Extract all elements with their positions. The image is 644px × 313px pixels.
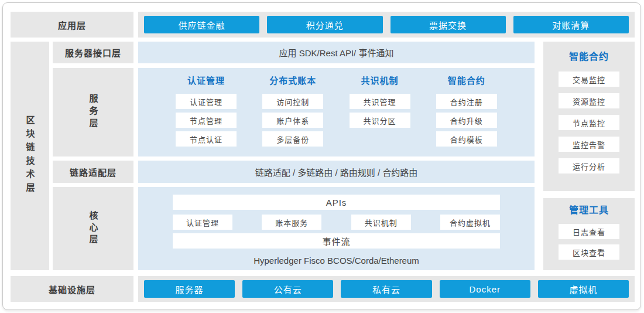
infra-button-server: 服务器 xyxy=(144,280,235,298)
app-layer-label: 应用层 xyxy=(11,12,133,38)
infra-button-private-cloud: 私有云 xyxy=(341,280,431,298)
service-item: 共识分区 xyxy=(350,113,410,128)
infra-button-public-cloud: 公有云 xyxy=(242,280,333,298)
service-layer-label: 服务层 xyxy=(53,68,133,156)
smart-contract-panel-title: 智能合约 xyxy=(569,52,609,62)
core-modules-row: 认证管理 账本服务 共识机制 合约虚拟机 xyxy=(173,215,500,230)
infra-button-vm: 虚拟机 xyxy=(538,280,629,298)
panel-item: 交易监控 xyxy=(559,72,619,87)
core-layer-box: APIs 认证管理 账本服务 共识机制 合约虚拟机 事件流 Hyperledge… xyxy=(138,187,535,270)
app-button-reconciliation: 对账清算 xyxy=(513,16,629,33)
infrastructure-band: 服务器 公有云 私有云 Docker 虚拟机 xyxy=(138,276,635,302)
service-layer-box: 认证管理 认证管理 节点管理 节点认证 分布式账本 访问控制 账户体系 多层备份… xyxy=(138,68,535,156)
panel-item: 日志查看 xyxy=(559,224,619,239)
service-group-consensus: 共识机制 共识管理 共识分区 xyxy=(337,76,423,156)
service-item: 合约模板 xyxy=(436,131,497,147)
service-item: 合约注册 xyxy=(436,94,497,109)
service-group-auth: 认证管理 认证管理 节点管理 节点认证 xyxy=(163,76,249,156)
infrastructure-layer-label: 基础设施层 xyxy=(11,276,133,302)
management-tools-panel: 管理工具 日志查看 区块查看 xyxy=(543,198,635,270)
management-tools-panel-title: 管理工具 xyxy=(569,205,609,216)
panel-item: 资源监控 xyxy=(559,93,619,108)
panel-item: 区块查看 xyxy=(559,244,619,260)
app-button-bill-exchange: 票据交换 xyxy=(390,16,506,33)
service-item: 认证管理 xyxy=(176,94,237,109)
service-item: 节点管理 xyxy=(176,113,237,128)
service-group-smart-contract: 智能合约 合约注册 合约升级 合约模板 xyxy=(423,76,510,156)
panel-item: 运行分析 xyxy=(559,158,619,173)
platforms-text: Hyperledger Fisco BCOS/Corda/Ethereum xyxy=(173,256,500,266)
core-layer-label: 核心层 xyxy=(53,187,133,270)
blockchain-tech-layer-label: 区块链技术层 xyxy=(11,42,49,270)
service-item: 访问控制 xyxy=(262,94,323,109)
service-item: 节点认证 xyxy=(176,131,237,147)
service-item: 多层备份 xyxy=(262,131,323,147)
infra-button-docker: Docker xyxy=(440,280,530,298)
server-interface-layer-content: 应用 SDK/Rest API/ 事件通知 xyxy=(138,42,535,63)
link-layer-label: 链路适配层 xyxy=(53,161,133,183)
service-group-title: 智能合约 xyxy=(448,76,485,86)
core-module: 账本服务 xyxy=(262,215,321,230)
service-item: 账户体系 xyxy=(262,113,323,128)
service-group-title: 共识机制 xyxy=(361,76,399,86)
core-module: 认证管理 xyxy=(173,215,232,230)
smart-contract-panel: 智能合约 交易监控 资源监控 节点监控 监控告警 运行分析 xyxy=(543,42,635,191)
app-layer-band: 供应链金融 积分通兑 票据交换 对账清算 xyxy=(138,12,635,38)
core-module: 合约虚拟机 xyxy=(440,215,500,230)
server-interface-layer-label: 服务器接口层 xyxy=(53,42,133,63)
panel-item: 监控告警 xyxy=(559,137,619,152)
service-group-ledger: 分布式账本 访问控制 账户体系 多层备份 xyxy=(249,76,336,156)
apis-bar: APIs xyxy=(173,195,500,210)
event-stream-bar: 事件流 xyxy=(173,233,500,249)
app-button-points-exchange: 积分通兑 xyxy=(267,16,382,33)
service-item: 合约升级 xyxy=(436,113,497,128)
service-group-title: 分布式账本 xyxy=(269,76,316,86)
service-item: 共识管理 xyxy=(350,94,410,109)
panel-item: 节点监控 xyxy=(559,115,619,130)
core-module: 共识机制 xyxy=(351,215,411,230)
architecture-diagram: 应用层 供应链金融 积分通兑 票据交换 对账清算 区块链技术层 服务器接口层 应… xyxy=(0,0,644,313)
app-button-supply-chain-finance: 供应链金融 xyxy=(144,16,259,33)
service-group-title: 认证管理 xyxy=(187,76,225,86)
link-layer-content: 链路适配 / 多链路由 / 路由规则 / 合约路由 xyxy=(138,161,535,183)
